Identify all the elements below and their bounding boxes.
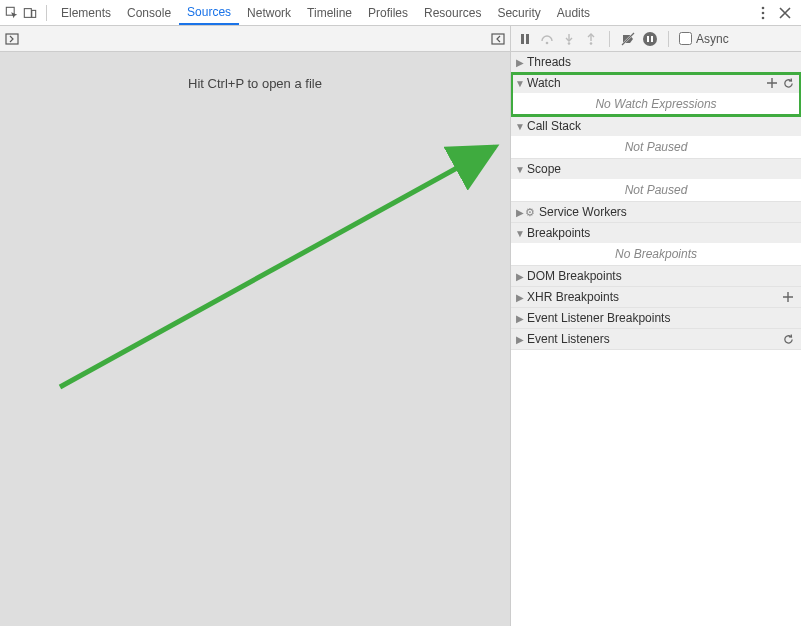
section-head-xhr-breakpoints[interactable]: ▶ XHR Breakpoints: [511, 287, 801, 307]
section-label: Breakpoints: [527, 226, 590, 240]
section-label: Threads: [527, 55, 571, 69]
section-head-threads[interactable]: ▶ Threads: [511, 52, 801, 72]
svg-rect-1: [24, 8, 31, 17]
show-navigator-icon[interactable]: [4, 31, 20, 47]
svg-rect-7: [492, 34, 504, 44]
collapse-icon: ▼: [515, 78, 525, 89]
debugger-sidebar: Async ▶ Threads ▼ Watch: [510, 26, 801, 626]
section-head-service-workers[interactable]: ▶ ⚙ Service Workers: [511, 202, 801, 222]
separator: [46, 5, 47, 21]
deactivate-breakpoints-icon[interactable]: [620, 31, 636, 47]
collapse-icon: ▼: [515, 121, 525, 132]
section-label: Scope: [527, 162, 561, 176]
close-icon[interactable]: [777, 5, 793, 21]
tab-profiles[interactable]: Profiles: [360, 0, 416, 25]
pause-script-icon[interactable]: [517, 31, 533, 47]
refresh-watch-icon[interactable]: [781, 76, 795, 90]
section-label: Service Workers: [539, 205, 627, 219]
async-label: Async: [696, 32, 729, 46]
devtools-tabbar: Elements Console Sources Network Timelin…: [0, 0, 801, 26]
tab-console[interactable]: Console: [119, 0, 179, 25]
tab-sources[interactable]: Sources: [179, 0, 239, 25]
svg-rect-2: [32, 10, 36, 17]
section-breakpoints: ▼ Breakpoints No Breakpoints: [511, 223, 801, 266]
add-watch-icon[interactable]: [765, 76, 779, 90]
async-checkbox-input[interactable]: [679, 32, 692, 45]
section-call-stack: ▼ Call Stack Not Paused: [511, 116, 801, 159]
debug-toolbar: Async: [511, 26, 801, 52]
annotation-arrow: [0, 52, 510, 626]
async-checkbox[interactable]: Async: [679, 32, 729, 46]
tab-timeline[interactable]: Timeline: [299, 0, 360, 25]
section-event-listener-breakpoints: ▶ Event Listener Breakpoints: [511, 308, 801, 329]
tab-security[interactable]: Security: [489, 0, 548, 25]
svg-line-8: [60, 147, 495, 387]
svg-rect-9: [521, 34, 524, 44]
section-scope: ▼ Scope Not Paused: [511, 159, 801, 202]
scope-placeholder: Not Paused: [625, 183, 688, 197]
breakpoints-body: No Breakpoints: [511, 243, 801, 265]
section-head-event-listeners[interactable]: ▶ Event Listeners: [511, 329, 801, 349]
separator: [609, 31, 610, 47]
watch-body: No Watch Expressions: [511, 93, 801, 115]
section-head-dom-breakpoints[interactable]: ▶ DOM Breakpoints: [511, 266, 801, 286]
section-head-breakpoints[interactable]: ▼ Breakpoints: [511, 223, 801, 243]
section-service-workers: ▶ ⚙ Service Workers: [511, 202, 801, 223]
svg-point-12: [568, 42, 571, 45]
svg-rect-6: [6, 34, 18, 44]
refresh-event-listeners-icon[interactable]: [781, 332, 795, 346]
section-head-scope[interactable]: ▼ Scope: [511, 159, 801, 179]
section-head-watch[interactable]: ▼ Watch: [511, 73, 801, 93]
watch-placeholder: No Watch Expressions: [595, 97, 716, 111]
step-into-icon[interactable]: [561, 31, 577, 47]
expand-icon: ▶: [515, 292, 525, 303]
section-threads: ▶ Threads: [511, 52, 801, 73]
svg-point-3: [762, 6, 765, 9]
add-xhr-breakpoint-icon[interactable]: [781, 290, 795, 304]
section-label: Event Listeners: [527, 332, 610, 346]
section-watch: ▼ Watch No Watch Expressions: [511, 73, 801, 116]
section-head-event-listener-breakpoints[interactable]: ▶ Event Listener Breakpoints: [511, 308, 801, 328]
tab-elements[interactable]: Elements: [53, 0, 119, 25]
tab-resources[interactable]: Resources: [416, 0, 489, 25]
step-over-icon[interactable]: [539, 31, 555, 47]
gear-icon: ⚙: [525, 206, 535, 219]
show-debugger-icon[interactable]: [490, 31, 506, 47]
pause-on-exceptions-icon[interactable]: [642, 31, 658, 47]
section-label: Call Stack: [527, 119, 581, 133]
source-content: Hit Ctrl+P to open a file: [0, 52, 510, 626]
step-out-icon[interactable]: [583, 31, 599, 47]
inspect-element-icon[interactable]: [4, 5, 20, 21]
device-mode-icon[interactable]: [22, 5, 38, 21]
tab-network[interactable]: Network: [239, 0, 299, 25]
tab-audits[interactable]: Audits: [549, 0, 598, 25]
more-icon[interactable]: [755, 5, 771, 21]
svg-point-13: [590, 42, 593, 45]
expand-icon: ▶: [515, 57, 525, 68]
breakpoints-placeholder: No Breakpoints: [615, 247, 697, 261]
svg-point-5: [762, 16, 765, 19]
expand-icon: ▶: [515, 207, 525, 218]
source-area: Hit Ctrl+P to open a file: [0, 26, 510, 626]
separator: [668, 31, 669, 47]
section-event-listeners: ▶ Event Listeners: [511, 329, 801, 350]
collapse-icon: ▼: [515, 164, 525, 175]
sidebar-panels: ▶ Threads ▼ Watch No Watch E: [511, 52, 801, 626]
tabbar-left-icons: [2, 5, 40, 21]
source-toolbar: [0, 26, 510, 52]
section-head-call-stack[interactable]: ▼ Call Stack: [511, 116, 801, 136]
expand-icon: ▶: [515, 313, 525, 324]
devtools-tabs: Elements Console Sources Network Timelin…: [53, 0, 598, 25]
scope-body: Not Paused: [511, 179, 801, 201]
section-dom-breakpoints: ▶ DOM Breakpoints: [511, 266, 801, 287]
svg-rect-10: [526, 34, 529, 44]
call-stack-body: Not Paused: [511, 136, 801, 158]
section-label: Watch: [527, 76, 561, 90]
call-stack-placeholder: Not Paused: [625, 140, 688, 154]
section-label: XHR Breakpoints: [527, 290, 619, 304]
svg-point-4: [762, 11, 765, 14]
expand-icon: ▶: [515, 334, 525, 345]
section-label: Event Listener Breakpoints: [527, 311, 670, 325]
main-split: Hit Ctrl+P to open a file: [0, 26, 801, 626]
open-file-hint: Hit Ctrl+P to open a file: [188, 76, 322, 91]
